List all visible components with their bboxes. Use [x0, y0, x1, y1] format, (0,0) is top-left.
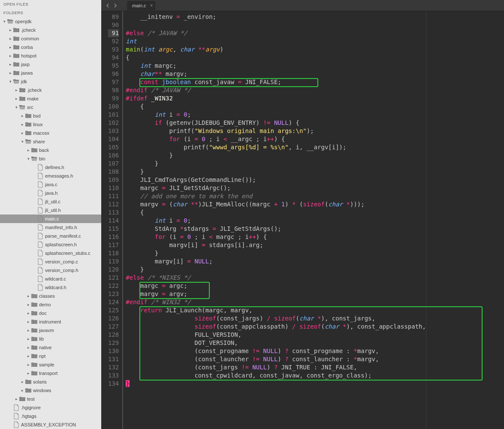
file-splashscreen-h[interactable]: splashscreen.h — [0, 240, 101, 249]
chevron-right-icon[interactable]: ▸ — [26, 337, 31, 341]
chevron-right-icon[interactable]: ▸ — [8, 45, 13, 49]
folder-make[interactable]: ▸make — [0, 94, 101, 103]
file-java-h[interactable]: java.h — [0, 189, 101, 197]
folder-instrument[interactable]: ▸instrument — [0, 317, 101, 326]
folder-demo[interactable]: ▸demo — [0, 300, 101, 309]
folder--jcheck[interactable]: ▸.jcheck — [0, 86, 101, 94]
folder--jcheck[interactable]: ▸.jcheck — [0, 26, 101, 34]
file-ASSEMBLY_EXCEPTION[interactable]: ASSEMBLY_EXCEPTION — [0, 420, 101, 429]
code-line-124[interactable]: #endif /* WIN32 */ — [126, 298, 426, 306]
code-line-109[interactable]: JLI_CmdToArgs(GetCommandLine()); — [126, 176, 426, 184]
file-manifest_info-h[interactable]: manifest_info.h — [0, 223, 101, 232]
folder-openjdk[interactable]: ▾openjdk — [0, 17, 101, 26]
code-line-91[interactable]: #else /* JAVAW */ — [126, 29, 426, 37]
chevron-right-icon[interactable]: ▸ — [8, 28, 13, 32]
chevron-right-icon[interactable]: ▸ — [20, 131, 25, 135]
folder-linux[interactable]: ▸linux — [0, 120, 101, 129]
tab-main-c[interactable]: main.c × — [127, 1, 155, 10]
code-line-117[interactable]: margv[i] = stdargs[i].arg; — [126, 241, 426, 249]
folder-corba[interactable]: ▸corba — [0, 43, 101, 51]
code-line-122[interactable]: margc = argc; — [126, 282, 426, 290]
file-splashscreen_stubs-c[interactable]: splashscreen_stubs.c — [0, 249, 101, 257]
folder-windows[interactable]: ▸windows — [0, 386, 101, 395]
file--hgignore[interactable]: .hgignore — [0, 403, 101, 412]
code-line-121[interactable]: #else /* *NIXES */ — [126, 274, 426, 282]
folder-bin[interactable]: ▾bin — [0, 154, 101, 163]
chevron-right-icon[interactable]: ▸ — [20, 122, 25, 127]
folder-common[interactable]: ▸common — [0, 34, 101, 43]
file-wildcard-c[interactable]: wildcard.c — [0, 275, 101, 283]
folder-share[interactable]: ▾share — [0, 137, 101, 146]
file-main-c[interactable]: main.c — [0, 214, 101, 223]
code-line-104[interactable]: for (i = 0 ; i < __argc ; i++) { — [126, 135, 426, 143]
folder-transport[interactable]: ▸transport — [0, 369, 101, 378]
file-version_comp-h[interactable]: version_comp.h — [0, 266, 101, 275]
code-line-89[interactable]: __initenv = _environ; — [126, 13, 426, 21]
chevron-right-icon[interactable]: ▸ — [26, 371, 31, 375]
code-line-129[interactable]: DOT_VERSION, — [126, 339, 426, 347]
code-line-134[interactable]: } — [126, 380, 426, 388]
folder-jdk[interactable]: ▾jdk — [0, 77, 101, 86]
code-line-101[interactable]: int i = 0; — [126, 111, 426, 119]
code-line-113[interactable]: { — [126, 208, 426, 217]
code-line-94[interactable]: { — [126, 54, 426, 62]
code-line-115[interactable]: StdArg *stdargs = JLI_GetStdArgs(); — [126, 225, 426, 233]
chevron-right-icon[interactable]: ▸ — [26, 302, 31, 307]
code-line-111[interactable]: // add one more to mark the end — [126, 192, 426, 200]
file-tree[interactable]: ▾openjdk▸.jcheck▸common▸corba▸hotspot▸ja… — [0, 17, 101, 429]
code-line-92[interactable]: int — [126, 37, 426, 45]
file-defines-h[interactable]: defines.h — [0, 163, 101, 172]
code-line-125[interactable]: return JLI_Launch(margc, margv, — [126, 306, 426, 314]
chevron-right-icon[interactable]: ▸ — [26, 148, 31, 152]
chevron-down-icon[interactable]: ▾ — [14, 105, 19, 109]
code-line-130[interactable]: (const_progname != NULL) ? const_prognam… — [126, 347, 426, 355]
code-line-107[interactable]: } — [126, 160, 426, 168]
folder-bsd[interactable]: ▸bsd — [0, 112, 101, 120]
folder-src[interactable]: ▾src — [0, 103, 101, 112]
folder-javavm[interactable]: ▸javavm — [0, 326, 101, 335]
folder-solaris[interactable]: ▸solaris — [0, 378, 101, 386]
code-line-119[interactable]: margv[i] = NULL; — [126, 257, 426, 266]
code-line-116[interactable]: for (i = 0 ; i < margc ; i++) { — [126, 233, 426, 241]
chevron-right-icon[interactable]: ▸ — [20, 388, 25, 393]
code-editor[interactable]: 8990919293949596979899100101102103104105… — [101, 11, 504, 429]
code-line-132[interactable]: (const_jargs != NULL) ? JNI_TRUE : JNI_F… — [126, 363, 426, 372]
code-line-114[interactable]: int i = 0; — [126, 217, 426, 225]
code-line-110[interactable]: margc = JLI_GetStdArgc(); — [126, 184, 426, 192]
chevron-down-icon[interactable]: ▾ — [2, 19, 7, 24]
chevron-right-icon[interactable]: ▸ — [26, 328, 31, 332]
chevron-right-icon[interactable]: ▸ — [26, 311, 31, 315]
chevron-right-icon[interactable]: ▸ — [20, 114, 25, 118]
folder-native[interactable]: ▸native — [0, 343, 101, 352]
file-jli_util-c[interactable]: jli_util.c — [0, 197, 101, 206]
code-line-100[interactable]: { — [126, 103, 426, 111]
chevron-right-icon[interactable]: ▸ — [26, 363, 31, 367]
code-line-102[interactable]: if (getenv(JLDEBUG_ENV_ENTRY) != NULL) { — [126, 119, 426, 127]
file-parse_manifest-c[interactable]: parse_manifest.c — [0, 232, 101, 240]
code-line-112[interactable]: margv = (char **)JLI_MemAlloc((margc + 1… — [126, 200, 426, 208]
code-line-126[interactable]: sizeof(const_jargs) / sizeof(char *), co… — [126, 314, 426, 323]
nav-forward-icon[interactable] — [112, 2, 119, 9]
folder-npt[interactable]: ▸npt — [0, 352, 101, 360]
code-line-133[interactable]: const_cpwildcard, const_javaw, const_erg… — [126, 372, 426, 380]
chevron-right-icon[interactable]: ▸ — [14, 397, 19, 401]
folder-jaxws[interactable]: ▸jaxws — [0, 69, 101, 77]
folder-test[interactable]: ▸test — [0, 395, 101, 403]
nav-back-icon[interactable] — [104, 2, 112, 9]
chevron-right-icon[interactable]: ▸ — [20, 380, 25, 384]
chevron-right-icon[interactable]: ▸ — [8, 54, 13, 58]
file--hgtags[interactable]: .hgtags — [0, 412, 101, 420]
code-line-90[interactable] — [126, 21, 426, 29]
folder-jaxp[interactable]: ▸jaxp — [0, 60, 101, 69]
code-line-123[interactable]: margv = argv; — [126, 290, 426, 298]
folder-lib[interactable]: ▸lib — [0, 335, 101, 343]
file-wildcard-h[interactable]: wildcard.h — [0, 283, 101, 292]
code-line-103[interactable]: printf("Windows original main args:\n"); — [126, 127, 426, 135]
code-line-118[interactable]: } — [126, 249, 426, 257]
chevron-down-icon[interactable]: ▾ — [8, 79, 13, 84]
code-line-120[interactable]: } — [126, 266, 426, 274]
file-emessages-h[interactable]: emessages.h — [0, 172, 101, 180]
folder-back[interactable]: ▸back — [0, 146, 101, 154]
code-line-106[interactable]: } — [126, 151, 426, 160]
code-line-128[interactable]: FULL_VERSION, — [126, 331, 426, 339]
